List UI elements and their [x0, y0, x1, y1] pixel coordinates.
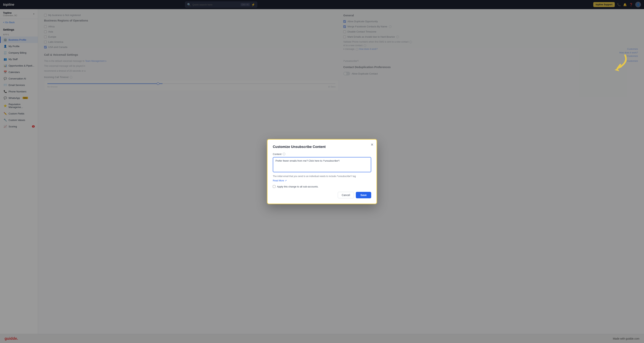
modal-title: Customize Unsubscribe Content [273, 145, 371, 149]
apply-all-accounts-label: Apply this change to all sub-accounts. [277, 185, 318, 188]
modal-overlay: Customize Unsubscribe Content ✕ Content … [0, 0, 644, 343]
save-button[interactable]: Save [356, 192, 371, 198]
read-more-link[interactable]: Read More ↗ [273, 179, 287, 182]
customize-unsubscribe-modal: Customize Unsubscribe Content ✕ Content … [267, 139, 377, 204]
modal-actions: Cancel Save [273, 192, 371, 198]
modal-hint-text: The initial email that you send to an in… [273, 175, 371, 178]
content-label: Content i [273, 153, 371, 156]
content-textarea[interactable]: Prefer fewer emails from me? Click here … [273, 157, 371, 172]
cancel-button[interactable]: Cancel [338, 192, 354, 198]
apply-all-accounts-row: Apply this change to all sub-accounts. [273, 185, 371, 188]
arrow-annotation [598, 53, 629, 77]
apply-all-accounts-checkbox[interactable] [273, 185, 276, 188]
content-label-text: Content [273, 153, 282, 156]
modal-close-button[interactable]: ✕ [371, 143, 374, 147]
read-more-text: Read More [273, 179, 284, 182]
content-info-icon[interactable]: i [283, 153, 285, 155]
read-more-icon: ↗ [285, 179, 287, 182]
